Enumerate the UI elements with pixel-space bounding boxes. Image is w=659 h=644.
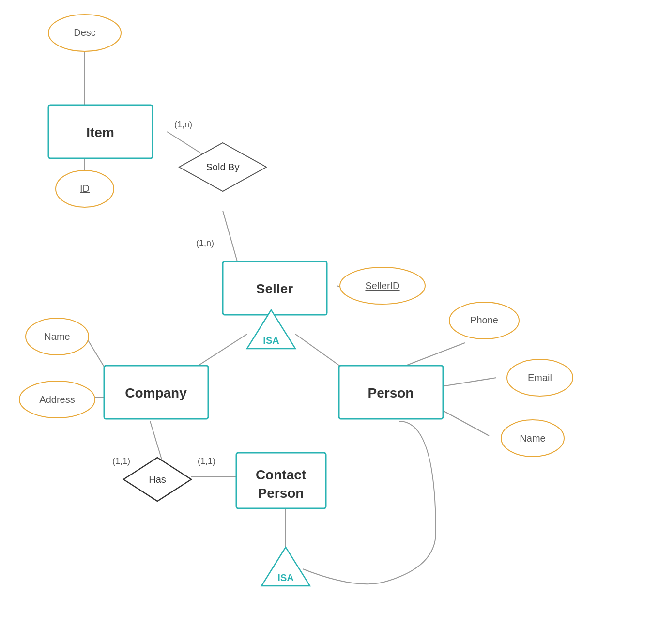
entity-item-label: Item: [86, 125, 114, 140]
attr-sellerid-label: SellerID: [365, 280, 399, 291]
relation-has-label: Has: [149, 474, 166, 485]
attr-person-name-label: Name: [520, 433, 545, 444]
attr-phone-label: Phone: [470, 315, 498, 325]
attr-email-label: Email: [528, 372, 552, 383]
er-diagram: Desc ID SellerID Phone Email Name Name A…: [0, 0, 659, 644]
attr-id-label: ID: [80, 183, 90, 194]
isa-1-label: ISA: [263, 335, 279, 346]
conn-soldby-seller: [223, 211, 237, 261]
entity-person-label: Person: [368, 385, 414, 400]
card-has-contact: (1,1): [198, 456, 215, 466]
card-item-soldby: (1,n): [174, 120, 192, 129]
card-company-has: (1,1): [112, 456, 130, 466]
attr-company-name-label: Name: [44, 331, 70, 342]
entity-seller-label: Seller: [256, 281, 293, 296]
conn-person-email: [436, 378, 496, 387]
attr-desc-label: Desc: [74, 27, 96, 38]
entity-company-label: Company: [125, 385, 187, 400]
card-soldby-seller: (1,n): [196, 238, 214, 248]
entity-contact-person-label: Contact: [256, 467, 306, 482]
relation-sold-by-label: Sold By: [206, 162, 240, 172]
isa-2-label: ISA: [277, 572, 293, 583]
entity-contact-person-label2: Person: [258, 486, 304, 501]
attr-company-address-label: Address: [39, 394, 75, 405]
conn-person-phone: [399, 343, 465, 368]
